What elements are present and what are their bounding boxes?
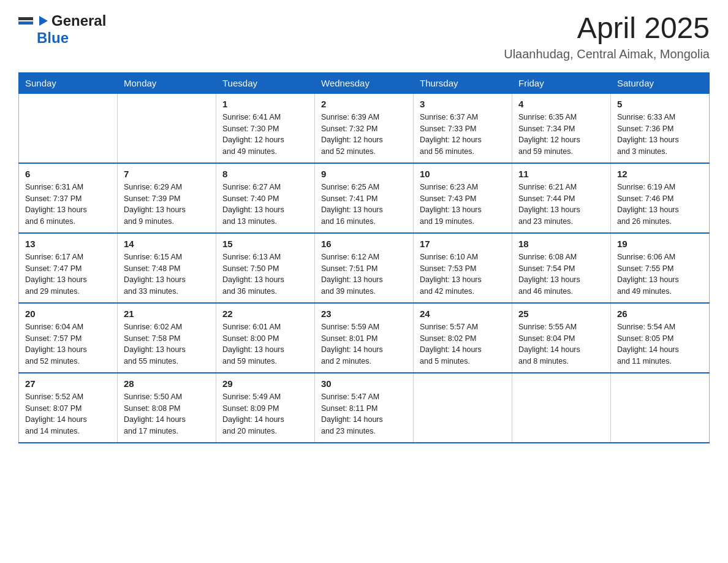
calendar-cell <box>414 373 512 443</box>
day-number: 6 <box>25 169 111 179</box>
calendar-cell: 9Sunrise: 6:25 AMSunset: 7:41 PMDaylight… <box>315 163 414 233</box>
day-info: Sunrise: 5:47 AMSunset: 8:11 PMDaylight:… <box>321 391 407 437</box>
calendar-title: April 2025 <box>504 12 710 45</box>
day-info: Sunrise: 6:15 AMSunset: 7:48 PMDaylight:… <box>124 251 210 297</box>
calendar-cell <box>19 93 118 163</box>
day-info: Sunrise: 6:08 AMSunset: 7:54 PMDaylight:… <box>518 251 604 297</box>
calendar-cell: 20Sunrise: 6:04 AMSunset: 7:57 PMDayligh… <box>19 303 118 373</box>
day-number: 7 <box>124 169 210 179</box>
header-right: April 2025 Ulaanhudag, Central Aimak, Mo… <box>504 12 710 61</box>
day-info: Sunrise: 5:57 AMSunset: 8:02 PMDaylight:… <box>420 321 506 367</box>
day-number: 1 <box>222 99 308 109</box>
calendar-cell: 1Sunrise: 6:41 AMSunset: 7:30 PMDaylight… <box>216 93 315 163</box>
day-info: Sunrise: 6:23 AMSunset: 7:43 PMDaylight:… <box>420 182 506 228</box>
calendar-cell: 15Sunrise: 6:13 AMSunset: 7:50 PMDayligh… <box>216 233 315 303</box>
calendar-cell: 18Sunrise: 6:08 AMSunset: 7:54 PMDayligh… <box>512 233 611 303</box>
day-of-week-header: Saturday <box>611 72 710 93</box>
day-info: Sunrise: 6:39 AMSunset: 7:32 PMDaylight:… <box>321 112 407 158</box>
day-info: Sunrise: 6:25 AMSunset: 7:41 PMDaylight:… <box>321 182 407 228</box>
calendar-cell: 8Sunrise: 6:27 AMSunset: 7:40 PMDaylight… <box>216 163 315 233</box>
calendar-cell: 26Sunrise: 5:54 AMSunset: 8:05 PMDayligh… <box>611 303 710 373</box>
day-info: Sunrise: 6:10 AMSunset: 7:53 PMDaylight:… <box>420 251 506 297</box>
calendar-cell <box>611 373 710 443</box>
day-number: 29 <box>222 378 308 389</box>
day-number: 14 <box>124 239 210 249</box>
page-header: General Blue April 2025 Ulaanhudag, Cent… <box>18 12 710 61</box>
day-info: Sunrise: 6:37 AMSunset: 7:33 PMDaylight:… <box>420 112 506 158</box>
day-info: Sunrise: 6:19 AMSunset: 7:46 PMDaylight:… <box>617 182 703 228</box>
calendar-location: Ulaanhudag, Central Aimak, Mongolia <box>504 47 710 61</box>
day-info: Sunrise: 5:55 AMSunset: 8:04 PMDaylight:… <box>518 321 604 367</box>
calendar-cell: 3Sunrise: 6:37 AMSunset: 7:33 PMDaylight… <box>414 93 512 163</box>
calendar-cell: 22Sunrise: 6:01 AMSunset: 8:00 PMDayligh… <box>216 303 315 373</box>
day-number: 28 <box>124 378 210 389</box>
calendar-cell: 16Sunrise: 6:12 AMSunset: 7:51 PMDayligh… <box>315 233 414 303</box>
logo-blue-text: Blue <box>37 29 69 47</box>
calendar-cell <box>512 373 611 443</box>
day-of-week-header: Sunday <box>19 72 118 93</box>
day-info: Sunrise: 5:54 AMSunset: 8:05 PMDaylight:… <box>617 321 703 367</box>
calendar-cell: 29Sunrise: 5:49 AMSunset: 8:09 PMDayligh… <box>216 373 315 443</box>
calendar-cell: 2Sunrise: 6:39 AMSunset: 7:32 PMDaylight… <box>315 93 414 163</box>
day-number: 11 <box>518 169 604 179</box>
day-info: Sunrise: 6:02 AMSunset: 7:58 PMDaylight:… <box>124 321 210 367</box>
day-info: Sunrise: 6:41 AMSunset: 7:30 PMDaylight:… <box>222 112 308 158</box>
day-number: 23 <box>321 308 407 319</box>
calendar-week-row: 13Sunrise: 6:17 AMSunset: 7:47 PMDayligh… <box>19 233 710 303</box>
day-info: Sunrise: 6:27 AMSunset: 7:40 PMDaylight:… <box>222 182 308 228</box>
day-info: Sunrise: 6:01 AMSunset: 8:00 PMDaylight:… <box>222 321 308 367</box>
day-number: 2 <box>321 99 407 109</box>
calendar-cell: 12Sunrise: 6:19 AMSunset: 7:46 PMDayligh… <box>611 163 710 233</box>
day-number: 17 <box>420 239 506 249</box>
day-info: Sunrise: 5:52 AMSunset: 8:07 PMDaylight:… <box>25 391 111 437</box>
calendar-cell <box>118 93 216 163</box>
day-of-week-header: Tuesday <box>216 72 315 93</box>
day-number: 9 <box>321 169 407 179</box>
calendar-cell: 10Sunrise: 6:23 AMSunset: 7:43 PMDayligh… <box>414 163 512 233</box>
day-of-week-header: Monday <box>118 72 216 93</box>
day-info: Sunrise: 6:12 AMSunset: 7:51 PMDaylight:… <box>321 251 407 297</box>
calendar-cell: 27Sunrise: 5:52 AMSunset: 8:07 PMDayligh… <box>19 373 118 443</box>
day-info: Sunrise: 6:33 AMSunset: 7:36 PMDaylight:… <box>617 112 703 158</box>
day-number: 3 <box>420 99 506 109</box>
calendar-cell: 6Sunrise: 6:31 AMSunset: 7:37 PMDaylight… <box>19 163 118 233</box>
day-of-week-header: Friday <box>512 72 611 93</box>
day-number: 4 <box>518 99 604 109</box>
day-number: 22 <box>222 308 308 319</box>
day-number: 21 <box>124 308 210 319</box>
logo: General Blue <box>18 12 106 47</box>
day-number: 26 <box>617 308 703 319</box>
calendar-cell: 30Sunrise: 5:47 AMSunset: 8:11 PMDayligh… <box>315 373 414 443</box>
day-number: 19 <box>617 239 703 249</box>
day-info: Sunrise: 6:35 AMSunset: 7:34 PMDaylight:… <box>518 112 604 158</box>
calendar-header-row: SundayMondayTuesdayWednesdayThursdayFrid… <box>19 72 710 93</box>
day-info: Sunrise: 6:13 AMSunset: 7:50 PMDaylight:… <box>222 251 308 297</box>
day-number: 18 <box>518 239 604 249</box>
calendar-cell: 13Sunrise: 6:17 AMSunset: 7:47 PMDayligh… <box>19 233 118 303</box>
day-number: 10 <box>420 169 506 179</box>
calendar-cell: 21Sunrise: 6:02 AMSunset: 7:58 PMDayligh… <box>118 303 216 373</box>
day-info: Sunrise: 5:59 AMSunset: 8:01 PMDaylight:… <box>321 321 407 367</box>
day-number: 5 <box>617 99 703 109</box>
calendar-cell: 28Sunrise: 5:50 AMSunset: 8:08 PMDayligh… <box>118 373 216 443</box>
day-number: 30 <box>321 378 407 389</box>
day-info: Sunrise: 6:06 AMSunset: 7:55 PMDaylight:… <box>617 251 703 297</box>
day-number: 16 <box>321 239 407 249</box>
calendar-cell: 17Sunrise: 6:10 AMSunset: 7:53 PMDayligh… <box>414 233 512 303</box>
calendar-week-row: 27Sunrise: 5:52 AMSunset: 8:07 PMDayligh… <box>19 373 710 443</box>
day-info: Sunrise: 6:29 AMSunset: 7:39 PMDaylight:… <box>124 182 210 228</box>
logo-icon <box>18 16 48 26</box>
day-number: 27 <box>25 378 111 389</box>
calendar-cell: 7Sunrise: 6:29 AMSunset: 7:39 PMDaylight… <box>118 163 216 233</box>
calendar-cell: 24Sunrise: 5:57 AMSunset: 8:02 PMDayligh… <box>414 303 512 373</box>
calendar-week-row: 1Sunrise: 6:41 AMSunset: 7:30 PMDaylight… <box>19 93 710 163</box>
day-number: 13 <box>25 239 111 249</box>
calendar-week-row: 20Sunrise: 6:04 AMSunset: 7:57 PMDayligh… <box>19 303 710 373</box>
day-info: Sunrise: 6:04 AMSunset: 7:57 PMDaylight:… <box>25 321 111 367</box>
calendar-table: SundayMondayTuesdayWednesdayThursdayFrid… <box>18 72 710 443</box>
day-info: Sunrise: 6:31 AMSunset: 7:37 PMDaylight:… <box>25 182 111 228</box>
calendar-cell: 14Sunrise: 6:15 AMSunset: 7:48 PMDayligh… <box>118 233 216 303</box>
day-number: 8 <box>222 169 308 179</box>
day-number: 24 <box>420 308 506 319</box>
day-number: 15 <box>222 239 308 249</box>
